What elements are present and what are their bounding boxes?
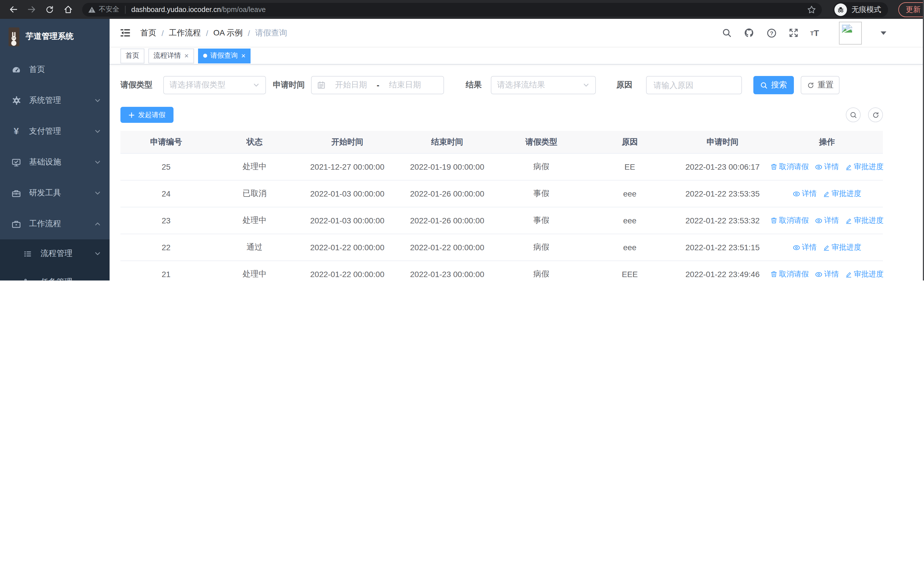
- progress-link[interactable]: 审批进度: [823, 242, 861, 253]
- result-select[interactable]: 请选择流结果: [491, 76, 596, 94]
- create-leave-label: 发起请假: [138, 110, 165, 120]
- avatar-caret-icon[interactable]: [880, 31, 886, 35]
- fullscreen-icon[interactable]: [789, 28, 798, 38]
- breadcrumb-item[interactable]: 首页: [140, 28, 156, 38]
- progress-link[interactable]: 审批进度: [823, 188, 861, 199]
- sidebar-item-process-mgmt[interactable]: 流程管理: [0, 239, 110, 268]
- progress-link[interactable]: 审批进度: [845, 215, 884, 226]
- sidebar-item-system[interactable]: 系统管理: [0, 85, 110, 116]
- url-path[interactable]: /bpm/oa/leave: [221, 5, 266, 14]
- breadcrumb-separator: /: [206, 28, 208, 38]
- topbar: 首页 / 工作流程 / OA 示例 / 请假查询 ? TT: [110, 19, 924, 47]
- refresh-table-button[interactable]: [868, 107, 883, 122]
- font-size-icon[interactable]: TT: [810, 29, 819, 37]
- sidebar-item-devtools[interactable]: 研发工具: [0, 177, 110, 209]
- sidebar-item-infra[interactable]: 基础设施: [0, 147, 110, 177]
- sidebar-item-label: 支付管理: [29, 126, 61, 137]
- reason-input[interactable]: [652, 80, 736, 90]
- help-icon[interactable]: ?: [766, 28, 777, 38]
- edit-icon: [845, 217, 852, 224]
- back-icon[interactable]: [6, 2, 21, 17]
- end-date-placeholder[interactable]: 结束日期: [384, 80, 426, 90]
- leave-type-label: 请假类型: [120, 80, 152, 90]
- select-placeholder: 请选择流结果: [497, 80, 579, 90]
- home-icon[interactable]: [60, 2, 75, 17]
- detail-link[interactable]: 详情: [815, 215, 839, 226]
- col-header: 状态: [212, 137, 297, 147]
- url-host[interactable]: dashboard.yudao.iocoder.cn: [131, 5, 221, 14]
- table-row: 21 处理中 2022-01-22 00:00:00 2022-01-23 00…: [120, 261, 883, 281]
- sidebar-item-task-mgmt[interactable]: 任务管理: [0, 268, 110, 281]
- reset-button[interactable]: 重置: [801, 76, 840, 94]
- sidebar-logo: 芋道管理系统: [0, 19, 110, 54]
- tab-process-detail[interactable]: 流程详情 ×: [148, 48, 194, 63]
- table-row: 24 已取消 2022-01-03 00:00:00 2022-01-26 00…: [120, 180, 883, 208]
- apply-time-range-picker[interactable]: 开始日期 - 结束日期: [311, 76, 444, 94]
- sidebar-item-home[interactable]: 首页: [0, 54, 110, 85]
- edit-icon: [845, 271, 852, 278]
- collapse-sidebar-icon[interactable]: [119, 27, 131, 39]
- tab-leave-query[interactable]: 请假查询 ×: [198, 48, 250, 63]
- security-label[interactable]: 不安全: [99, 5, 119, 14]
- cancel-leave-link[interactable]: 取消请假: [771, 269, 809, 279]
- progress-link[interactable]: 审批进度: [845, 269, 884, 279]
- breadcrumb-item[interactable]: 工作流程: [169, 28, 201, 38]
- svg-text:?: ?: [770, 30, 773, 36]
- edit-icon: [823, 244, 830, 251]
- search-icon: [849, 111, 857, 119]
- bookmark-star-icon[interactable]: [807, 5, 816, 14]
- view-icon: [793, 190, 800, 197]
- refresh-icon: [807, 81, 814, 89]
- create-leave-button[interactable]: 发起请假: [120, 107, 174, 123]
- avatar[interactable]: [839, 21, 862, 44]
- view-icon: [815, 271, 822, 278]
- dashboard-icon: [11, 65, 21, 75]
- forward-icon[interactable]: [24, 2, 39, 17]
- sidebar-item-workflow[interactable]: 工作流程: [0, 209, 110, 239]
- breadcrumb-item-current: 请假查询: [255, 28, 287, 38]
- delete-icon: [771, 271, 777, 278]
- incognito-badge: 无痕模式: [833, 2, 888, 17]
- sidebar-item-label: 工作流程: [29, 219, 61, 229]
- date-separator: -: [376, 81, 379, 90]
- progress-link[interactable]: 审批进度: [845, 162, 884, 172]
- breadcrumb-separator: /: [162, 28, 164, 38]
- close-icon[interactable]: ×: [241, 52, 245, 59]
- search-icon: [760, 81, 768, 89]
- tab-home[interactable]: 首页: [120, 48, 144, 63]
- cancel-leave-link[interactable]: 取消请假: [771, 215, 809, 226]
- sidebar-item-payment[interactable]: ¥ 支付管理: [0, 116, 110, 147]
- detail-link[interactable]: 详情: [815, 269, 839, 279]
- calendar-icon: [317, 81, 325, 89]
- update-button[interactable]: 更新: [898, 2, 924, 17]
- tags-view: 首页 流程详情 × 请假查询 ×: [110, 47, 924, 65]
- tab-label: 流程详情: [153, 51, 181, 60]
- detail-link[interactable]: 详情: [815, 162, 839, 172]
- reason-input-wrap: [646, 76, 742, 94]
- url-bar[interactable]: 不安全 dashboard.yudao.iocoder.cn/bpm/oa/le…: [82, 3, 822, 16]
- broken-image-icon: [841, 24, 853, 33]
- leave-type-select[interactable]: 请选择请假类型: [163, 76, 266, 94]
- briefcase-icon: [11, 219, 21, 229]
- breadcrumb-item[interactable]: OA 示例: [213, 28, 243, 38]
- chevron-down-icon: [94, 250, 101, 257]
- start-date-placeholder[interactable]: 开始日期: [330, 80, 372, 90]
- github-icon[interactable]: [743, 27, 754, 38]
- search-button-label: 搜索: [771, 80, 787, 90]
- table-row: 23 处理中 2022-01-03 00:00:00 2022-01-26 00…: [120, 208, 883, 234]
- sidebar-item-label: 系统管理: [29, 95, 61, 106]
- chevron-down-icon: [583, 82, 590, 89]
- detail-link[interactable]: 详情: [793, 188, 817, 199]
- close-icon[interactable]: ×: [184, 52, 189, 59]
- toggle-search-button[interactable]: [846, 107, 861, 122]
- reload-icon[interactable]: [42, 2, 57, 17]
- search-button[interactable]: 搜索: [753, 76, 794, 94]
- detail-link[interactable]: 详情: [793, 242, 817, 253]
- table-header: 申请编号 状态 开始时间 结束时间 请假类型 原因 申请时间 操作: [120, 131, 883, 154]
- chevron-down-icon: [94, 159, 101, 165]
- cancel-leave-link[interactable]: 取消请假: [771, 162, 809, 172]
- sidebar-item-label: 基础设施: [29, 157, 61, 167]
- chevron-down-icon: [94, 128, 101, 135]
- sidebar-item-label: 任务管理: [40, 277, 72, 281]
- search-icon[interactable]: [722, 28, 731, 38]
